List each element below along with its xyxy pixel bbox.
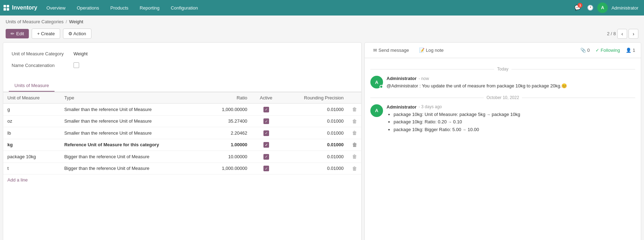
create-button[interactable]: + Create (32, 29, 60, 39)
col-ratio: Ratio (204, 92, 251, 104)
cell-unit: t (3, 162, 60, 174)
username-label[interactable]: Administrator (609, 5, 640, 11)
cell-ratio: 2.20462 (204, 127, 251, 139)
delete-row-button[interactable]: 🗑 (352, 154, 357, 159)
person-icon: 👤 (626, 48, 631, 53)
nav-products[interactable]: Products (105, 0, 134, 16)
list-item: package 10kg: Unit of Measure: package 5… (394, 111, 635, 118)
cell-ratio: 1.00000 (204, 139, 251, 151)
cell-type: Bigger than the reference Unit of Measur… (60, 162, 204, 174)
action-button[interactable]: ⚙ Action (63, 29, 91, 39)
cell-delete: 🗑 (348, 162, 361, 174)
cell-delete: 🗑 (348, 104, 361, 116)
clock-button[interactable]: 🕐 (585, 2, 596, 13)
cell-rounding: 0.01000 (281, 127, 348, 139)
delete-row-button[interactable]: 🗑 (352, 166, 357, 171)
user-avatar[interactable]: A (597, 2, 608, 13)
msg-avatar-2: A (370, 104, 383, 117)
col-rounding: Rounding Precision (281, 92, 348, 104)
cell-type: Smaller than the reference Unit of Measu… (60, 127, 204, 139)
message-icon: ✉ (373, 48, 377, 53)
cell-unit: kg (3, 139, 60, 151)
app-logo[interactable]: Inventory (4, 5, 37, 11)
nav-reporting[interactable]: Reporting (134, 0, 165, 16)
active-checkbox[interactable]: ✓ (263, 118, 269, 124)
delete-row-button[interactable]: 🗑 (352, 130, 357, 136)
cell-delete: 🗑 (348, 115, 361, 127)
main-layout: Unit of Measure Category Weight Name Con… (0, 42, 644, 240)
msg-content-2: Administrator - 3 days ago package 10kg:… (387, 104, 635, 134)
cell-active: ✓ (251, 115, 281, 127)
cell-type: Reference Unit of Measure for this categ… (60, 139, 204, 151)
edit-button[interactable]: ✏ Edit (6, 29, 29, 38)
attachments-count-label: 0 (587, 48, 590, 53)
units-table: Unit of Measure Type Ratio Active Roundi… (3, 92, 361, 174)
following-button[interactable]: ✓ Following (595, 48, 620, 53)
app-name: Inventory (12, 5, 37, 11)
msg-author-1: Administrator (387, 76, 416, 81)
active-checkbox[interactable]: ✓ (263, 154, 269, 160)
form-fields: Unit of Measure Category Weight Name Con… (3, 43, 361, 80)
delete-row-button[interactable]: 🗑 (352, 118, 357, 124)
msg-body-1: @Administrator : You update the unit of … (387, 82, 635, 90)
field-concatenation: Name Concatenation (12, 61, 353, 68)
form-panel: Unit of Measure Category Weight Name Con… (3, 42, 362, 240)
col-type: Type (60, 92, 204, 104)
pagination-prev[interactable]: ‹ (617, 29, 627, 39)
paperclip-icon: 📎 (580, 48, 586, 53)
delete-row-button[interactable]: 🗑 (352, 142, 357, 148)
main-menu: Overview Operations Products Reporting C… (41, 0, 204, 16)
cell-ratio: 35.27400 (204, 115, 251, 127)
arrow-icon: → (463, 128, 466, 132)
breadcrumb-parent[interactable]: Units of Measure Categories (6, 19, 64, 24)
value-category: Weight (74, 50, 88, 56)
nav-configuration[interactable]: Configuration (165, 0, 203, 16)
cell-unit: package 10kg (3, 151, 60, 163)
send-message-button[interactable]: ✉ Send message (370, 46, 412, 54)
note-icon: 📝 (419, 48, 425, 53)
msg-content-1: Administrator - now @Administrator : You… (387, 76, 635, 90)
add-line-button[interactable]: Add a line (3, 174, 361, 185)
message-feed: Today A Administrator - now @Administrat… (365, 58, 641, 240)
chatter-toolbar: ✉ Send message 📝 Log note 📎 0 ✓ Followin… (365, 43, 641, 58)
active-checkbox[interactable]: ✓ (263, 166, 269, 171)
msg-author-2: Administrator (387, 104, 416, 110)
cell-type: Smaller than the reference Unit of Measu… (60, 104, 204, 116)
nav-operations[interactable]: Operations (71, 0, 105, 16)
cell-ratio: 1,000.00000 (204, 162, 251, 174)
toolbar: ✏ Edit + Create ⚙ Action 2 / 8 ‹ › (0, 26, 644, 42)
active-checkbox[interactable]: ✓ (263, 107, 269, 112)
field-category: Unit of Measure Category Weight (12, 50, 353, 56)
cell-active: ✓ (251, 162, 281, 174)
active-checkbox[interactable]: ✓ (263, 130, 269, 136)
breadcrumb-current: Weight (69, 19, 83, 24)
log-note-button[interactable]: 📝 Log note (416, 46, 447, 54)
pagination-next[interactable]: › (629, 29, 638, 39)
chat-badge: 1 (578, 3, 582, 8)
table-row: lb Smaller than the reference Unit of Me… (3, 127, 361, 139)
col-active: Active (251, 92, 281, 104)
cell-unit: g (3, 104, 60, 116)
chatter-meta: 📎 0 ✓ Following 👤 1 (580, 48, 635, 53)
tab-units-of-measure[interactable]: Units of Measure (9, 80, 55, 92)
followers-button[interactable]: 👤 1 (626, 48, 635, 53)
active-checkbox[interactable]: ✓ (263, 142, 269, 148)
topnav: Inventory Overview Operations Products R… (0, 0, 644, 16)
cell-type: Smaller than the reference Unit of Measu… (60, 115, 204, 127)
checkbox-concatenation[interactable] (74, 62, 79, 68)
delete-row-button[interactable]: 🗑 (352, 106, 357, 112)
tab-bar: Units of Measure (3, 80, 361, 92)
check-icon: ✓ (595, 48, 599, 53)
col-actions (348, 92, 361, 104)
msg-header-1: Administrator - now (387, 76, 635, 81)
chat-button[interactable]: 💬 1 (572, 2, 583, 13)
attachments-button[interactable]: 📎 0 (580, 48, 590, 53)
nav-overview[interactable]: Overview (41, 0, 71, 16)
date-divider-today: Today (370, 67, 635, 72)
message-item-1: A Administrator - now @Administrator : Y… (370, 76, 635, 90)
list-item: package 10kg: Bigger Ratio: 5.00 → 10.00 (394, 126, 635, 133)
cell-rounding: 0.01000 (281, 139, 348, 151)
table-row: t Bigger than the reference Unit of Meas… (3, 162, 361, 174)
list-item: package 10kg: Ratio: 0.20 → 0.10 (394, 118, 635, 125)
msg-body-2: package 10kg: Unit of Measure: package 5… (387, 111, 635, 133)
